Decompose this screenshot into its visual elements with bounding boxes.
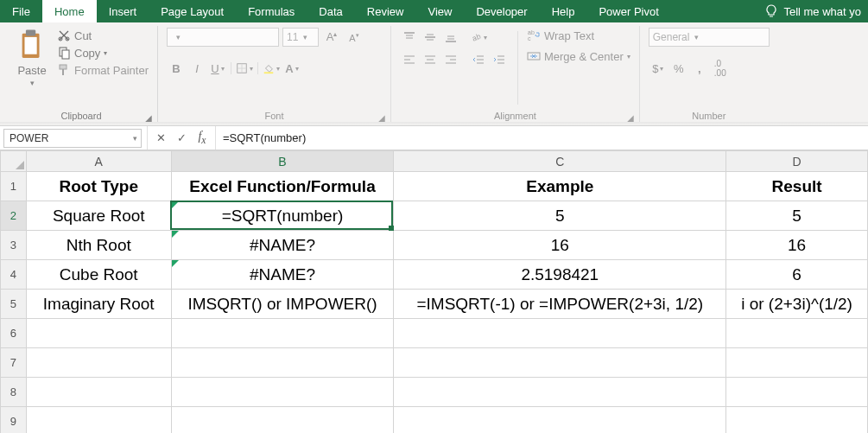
cell-B6[interactable] — [171, 319, 394, 348]
cell-D5[interactable]: i or (2+3i)^(1/2) — [726, 290, 868, 319]
row-header-9[interactable]: 9 — [1, 407, 27, 434]
cell-A9[interactable] — [26, 407, 171, 434]
cancel-formula-button[interactable]: ✕ — [151, 129, 170, 148]
cell-C3[interactable]: 16 — [394, 231, 726, 260]
tab-power-pivot[interactable]: Power Pivot — [586, 0, 670, 22]
align-left-button[interactable] — [400, 50, 419, 69]
format-painter-button[interactable]: Format Painter — [57, 62, 149, 78]
align-middle-button[interactable] — [421, 28, 440, 47]
dialog-launcher-icon[interactable]: ◢ — [145, 113, 152, 123]
decrease-font-button[interactable]: A▾ — [345, 28, 364, 47]
tab-formulas[interactable]: Formulas — [236, 0, 307, 22]
cell-C7[interactable] — [394, 348, 726, 378]
cell-A5[interactable]: Imaginary Root — [26, 290, 171, 319]
row-header-5[interactable]: 5 — [1, 290, 27, 319]
orientation-button[interactable]: ab▾ — [469, 28, 488, 47]
row-header-4[interactable]: 4 — [1, 260, 27, 290]
number-format-combo[interactable]: General▾ — [649, 28, 770, 47]
cell-B7[interactable] — [171, 348, 394, 378]
align-top-button[interactable] — [400, 28, 419, 47]
cell-A2[interactable]: Square Root — [26, 201, 171, 231]
row-header-1[interactable]: 1 — [1, 172, 27, 201]
tab-insert[interactable]: Insert — [97, 0, 149, 22]
cell-D2[interactable]: 5 — [726, 201, 868, 231]
col-header-B[interactable]: B — [171, 151, 394, 172]
cell-B8[interactable] — [171, 378, 394, 407]
cell-B2[interactable]: =SQRT(number) — [171, 201, 394, 231]
borders-button[interactable]: ▾ — [235, 59, 254, 78]
row-header-7[interactable]: 7 — [1, 348, 27, 378]
cell-D8[interactable] — [726, 378, 868, 407]
worksheet-grid[interactable]: ABCD1Root TypeExcel Function/FormulaExam… — [0, 150, 868, 433]
cell-A3[interactable]: Nth Root — [26, 231, 171, 260]
cell-B5[interactable]: IMSQRT() or IMPOWER() — [171, 290, 394, 319]
cell-C9[interactable] — [394, 407, 726, 434]
increase-decimal-button[interactable]: .0.00 — [711, 59, 730, 78]
row-header-6[interactable]: 6 — [1, 319, 27, 348]
cell-B4[interactable]: #NAME? — [171, 260, 394, 290]
dialog-launcher-icon[interactable]: ◢ — [627, 113, 634, 123]
cell-A1[interactable]: Root Type — [26, 172, 171, 201]
cell-A7[interactable] — [26, 348, 171, 378]
tab-page-layout[interactable]: Page Layout — [149, 0, 236, 22]
cell-D6[interactable] — [726, 319, 868, 348]
cut-button[interactable]: Cut — [57, 28, 149, 43]
cell-C4[interactable]: 2.5198421 — [394, 260, 726, 290]
fill-color-button[interactable]: ▾ — [262, 59, 281, 78]
col-header-C[interactable]: C — [394, 151, 726, 172]
cell-C8[interactable] — [394, 378, 726, 407]
tab-data[interactable]: Data — [307, 0, 354, 22]
cell-C2[interactable]: 5 — [394, 201, 726, 231]
align-center-button[interactable] — [421, 50, 440, 69]
tab-view[interactable]: View — [415, 0, 464, 22]
select-all-corner[interactable] — [1, 151, 27, 172]
tab-developer[interactable]: Developer — [464, 0, 539, 22]
cell-D4[interactable]: 6 — [726, 260, 868, 290]
copy-button[interactable]: Copy ▾ — [57, 45, 149, 60]
cell-D7[interactable] — [726, 348, 868, 378]
col-header-A[interactable]: A — [26, 151, 171, 172]
cell-A4[interactable]: Cube Root — [26, 260, 171, 290]
cell-D3[interactable]: 16 — [726, 231, 868, 260]
merge-center-button[interactable]: Merge & Center ▾ — [527, 48, 630, 64]
col-header-D[interactable]: D — [726, 151, 868, 172]
row-header-8[interactable]: 8 — [1, 378, 27, 407]
bold-button[interactable]: B — [167, 59, 186, 78]
dialog-launcher-icon[interactable]: ◢ — [378, 113, 385, 123]
formula-input[interactable]: =SQRT(number) — [216, 131, 868, 144]
enter-formula-button[interactable]: ✓ — [172, 129, 191, 148]
font-color-button[interactable]: A▾ — [282, 59, 301, 78]
decrease-indent-button[interactable] — [469, 50, 488, 69]
tab-home[interactable]: Home — [42, 0, 97, 22]
cell-D1[interactable]: Result — [726, 172, 868, 201]
tell-me-search[interactable]: Tell me what yo — [757, 0, 868, 22]
comma-button[interactable]: , — [690, 59, 709, 78]
row-header-3[interactable]: 3 — [1, 231, 27, 260]
cell-C1[interactable]: Example — [394, 172, 726, 201]
font-size-combo[interactable]: 11▾ — [282, 28, 319, 47]
underline-button[interactable]: U▾ — [208, 59, 227, 78]
row-header-2[interactable]: 2 — [1, 201, 27, 231]
tab-help[interactable]: Help — [540, 0, 587, 22]
cell-B1[interactable]: Excel Function/Formula — [171, 172, 394, 201]
cell-B9[interactable] — [171, 407, 394, 434]
italic-button[interactable]: I — [187, 59, 206, 78]
tab-file[interactable]: File — [0, 0, 42, 22]
align-bottom-button[interactable] — [441, 28, 460, 47]
wrap-text-button[interactable]: abc Wrap Text — [527, 28, 630, 43]
paste-button[interactable]: Paste ▾ — [14, 28, 50, 89]
cell-D9[interactable] — [726, 407, 868, 434]
name-box[interactable]: POWER▾ — [3, 129, 142, 148]
fx-button[interactable]: fx — [193, 129, 212, 148]
increase-font-button[interactable]: A▴ — [322, 28, 341, 47]
cell-A8[interactable] — [26, 378, 171, 407]
cell-A6[interactable] — [26, 319, 171, 348]
cell-B3[interactable]: #NAME? — [171, 231, 394, 260]
cell-C6[interactable] — [394, 319, 726, 348]
align-right-button[interactable] — [441, 50, 460, 69]
font-name-combo[interactable]: ▾ — [167, 28, 279, 47]
cell-C5[interactable]: =IMSQRT(-1) or =IMPOWER(2+3i, 1/2) — [394, 290, 726, 319]
tab-review[interactable]: Review — [355, 0, 416, 22]
accounting-format-button[interactable]: $▾ — [649, 59, 668, 78]
percent-button[interactable]: % — [669, 59, 688, 78]
